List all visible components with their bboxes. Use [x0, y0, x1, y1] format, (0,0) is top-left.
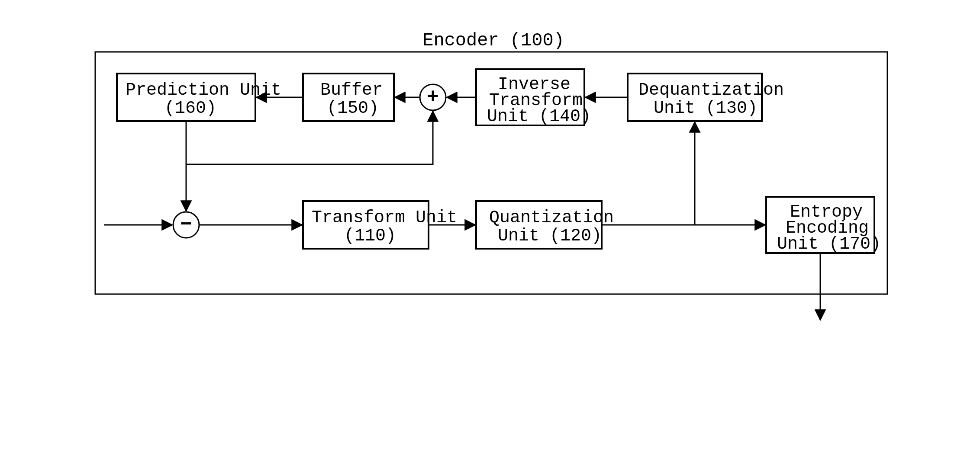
itrans-line3: Unit (140)	[487, 107, 591, 126]
diagram-title: Encoder (100)	[422, 30, 564, 51]
entropy-line3: Unit (170)	[777, 234, 881, 254]
quant-line1: Quantization	[489, 208, 614, 227]
inverse-transform-block: Inverse Transform Unit (140)	[476, 69, 591, 126]
prediction-unit-line2: (160)	[164, 99, 216, 118]
minus-icon: −	[180, 214, 192, 236]
buffer-line1: Buffer	[320, 80, 383, 100]
plus-icon: +	[427, 86, 439, 109]
buffer-block: Buffer (150)	[303, 74, 394, 121]
buffer-line2: (150)	[327, 99, 379, 118]
dequant-line2: Unit (130)	[654, 99, 758, 118]
encoder-diagram: Encoder (100) Prediction Unit (160) Buff…	[0, 0, 980, 458]
subtractor-op: −	[173, 212, 199, 238]
transform-line2: (110)	[344, 226, 396, 246]
adder-op: +	[420, 84, 446, 110]
dequant-line1: Dequantization	[638, 80, 784, 100]
quant-line2: Unit (120)	[498, 226, 602, 246]
entropy-encoding-block: Entropy Encoding Unit (170)	[766, 197, 881, 254]
dequantization-block: Dequantization Unit (130)	[628, 74, 784, 121]
quantization-block: Quantization Unit (120)	[476, 201, 614, 249]
